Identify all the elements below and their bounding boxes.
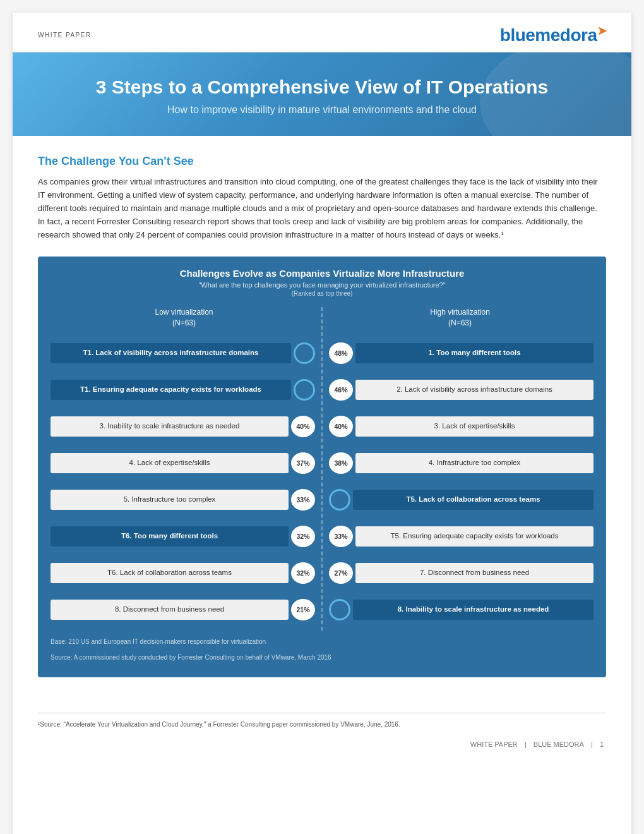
page: WHITE PAPER bluemedora➤ 3 Steps to a Com…: [13, 13, 631, 834]
left-bar-label: T6. Too many different tools: [51, 526, 289, 547]
left-chart-row: 5. Infrastructure too complex33%: [51, 484, 318, 516]
main-content: The Challenge You Can't See As companies…: [13, 136, 631, 703]
right-col-header: High virtualization(N=63): [326, 307, 593, 329]
bar-circle-indicator: [294, 342, 315, 364]
right-bar-label: 7. Disconnect from business need: [355, 563, 593, 583]
footer-page: 1: [600, 740, 604, 748]
white-paper-label: WHITE PAPER: [38, 32, 92, 39]
right-bar-label: 2. Lack of visibility across infrastruct…: [355, 380, 593, 400]
left-bar-label: 5. Infrastructure too complex: [51, 490, 289, 510]
right-chart-row: 38%4. Infrastructure too complex: [326, 447, 593, 479]
bar-circle-indicator: [294, 379, 315, 401]
logo: bluemedora➤: [500, 24, 606, 45]
left-chart-row: T6. Lack of collaboration across teams32…: [51, 557, 318, 589]
chart-divider: [321, 307, 323, 631]
chart-title: Challenges Evolve as Companies Virtualiz…: [51, 268, 593, 279]
footer-sep1: |: [523, 740, 528, 748]
bar-circle-indicator: [329, 599, 350, 620]
bar-badge: 32%: [291, 526, 315, 547]
right-bar-label: T5. Lack of collaboration across teams: [353, 490, 593, 510]
left-chart-row: T1. Lack of visibility across infrastruc…: [51, 337, 318, 369]
right-column: High virtualization(N=63) 48%1. Too many…: [326, 307, 593, 631]
left-bar-label: T1. Lack of visibility across infrastruc…: [51, 343, 291, 363]
chart-footnote: Source: A commissioned study conducted b…: [51, 653, 593, 662]
bar-badge: 40%: [329, 416, 353, 437]
chart-container: Challenges Evolve as Companies Virtualiz…: [38, 257, 606, 677]
footer-label: WHITE PAPER: [470, 740, 518, 748]
bar-badge: 32%: [291, 562, 315, 584]
right-bar-label: 4. Infrastructure too complex: [355, 453, 593, 473]
bar-badge: 38%: [329, 452, 353, 474]
right-chart-row: T5. Lack of collaboration across teams: [326, 484, 593, 516]
left-chart-row: 4. Lack of expertise/skills37%: [51, 447, 318, 479]
left-bar-label: T6. Lack of collaboration across teams: [51, 563, 289, 583]
chart-subtitle: "What are the top challenges you face ma…: [51, 281, 593, 289]
logo-text: bluemedora➤: [500, 25, 606, 45]
left-chart-row: 8. Disconnect from business need21%: [51, 594, 318, 626]
page-footer: WHITE PAPER | BLUE MEDORA | 1: [13, 735, 631, 761]
left-column: Low virtualization(N=63) T1. Lack of vis…: [51, 307, 318, 631]
bar-badge: 33%: [329, 526, 353, 547]
chart-subtitle2: (Ranked as top three): [51, 290, 593, 297]
footer-sep2: |: [589, 740, 595, 748]
left-chart-row: 3. Inability to scale infrastructure as …: [51, 411, 318, 442]
bar-badge: 37%: [291, 452, 315, 474]
challenge-body-text: As companies grow their virtual infrastr…: [38, 176, 606, 241]
right-chart-row: 27%7. Disconnect from business need: [326, 557, 593, 589]
bar-badge: 33%: [291, 489, 315, 511]
hero-banner: 3 Steps to a Comprehensive View of IT Op…: [13, 52, 631, 136]
right-chart-row: 8. Inability to scale infrastructure as …: [326, 594, 593, 626]
left-chart-row: T6. Too many different tools32%: [51, 521, 318, 552]
left-col-header: Low virtualization(N=63): [51, 307, 318, 329]
top-bar: WHITE PAPER bluemedora➤: [13, 13, 631, 52]
bar-circle-indicator: [329, 489, 350, 511]
right-rows: 48%1. Too many different tools46%2. Lack…: [326, 337, 593, 626]
right-chart-row: 40%3. Lack of expertise/skills: [326, 411, 593, 442]
right-chart-row: 48%1. Too many different tools: [326, 337, 593, 369]
bar-badge: 46%: [329, 379, 353, 401]
hero-title: 3 Steps to a Comprehensive View of IT Op…: [38, 76, 606, 98]
logo-arrow: ➤: [597, 25, 607, 37]
left-bar-label: 3. Inability to scale infrastructure as …: [51, 416, 289, 437]
footer-brand: BLUE MEDORA: [534, 740, 584, 748]
right-chart-row: 33%T5. Ensuring adequate capacity exists…: [326, 521, 593, 552]
right-bar-label: 1. Too many different tools: [355, 343, 593, 363]
bar-badge: 40%: [291, 416, 315, 437]
hero-subtitle: How to improve visibility in mature virt…: [38, 104, 606, 116]
bottom-footnote: ¹Source: "Accelerate Your Virtualization…: [38, 713, 606, 735]
right-bar-label: 3. Lack of expertise/skills: [355, 416, 593, 437]
left-chart-row: T1. Ensuring adequate capacity exists fo…: [51, 374, 318, 406]
bar-badge: 27%: [329, 562, 353, 584]
right-chart-row: 46%2. Lack of visibility across infrastr…: [326, 374, 593, 406]
chart-footnotes: Base: 210 US and European IT decision-ma…: [51, 637, 593, 662]
challenge-section-title: The Challenge You Can't See: [38, 155, 606, 168]
left-rows: T1. Lack of visibility across infrastruc…: [51, 337, 318, 626]
right-bar-label: 8. Inability to scale infrastructure as …: [353, 600, 593, 620]
bar-badge: 21%: [291, 599, 315, 620]
chart-columns: Low virtualization(N=63) T1. Lack of vis…: [51, 307, 593, 631]
left-bar-label: T1. Ensuring adequate capacity exists fo…: [51, 380, 291, 400]
chart-footnote: Base: 210 US and European IT decision-ma…: [51, 637, 593, 646]
right-bar-label: T5. Ensuring adequate capacity exists fo…: [355, 526, 593, 547]
left-bar-label: 4. Lack of expertise/skills: [51, 453, 289, 473]
left-bar-label: 8. Disconnect from business need: [51, 600, 289, 620]
bar-badge: 48%: [329, 342, 353, 364]
